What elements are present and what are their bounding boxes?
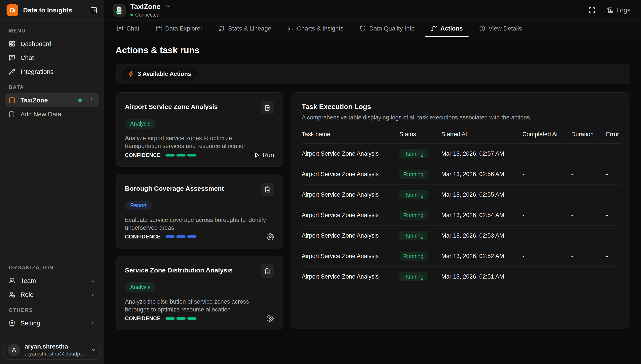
csv-badge-text: CSV <box>117 11 121 13</box>
source-name: TaxiZone <box>130 2 160 11</box>
tab-chat[interactable]: Chat <box>115 20 141 36</box>
cell-error: - <box>606 273 620 280</box>
chevron-right-icon <box>90 278 95 283</box>
available-actions-button[interactable]: 3 Available Actions <box>121 67 198 81</box>
sidebar-item-team[interactable]: Team <box>5 274 99 288</box>
sidebar-item-chat[interactable]: Chat <box>5 51 99 65</box>
main-area: CSV TaxiZone Connected <box>104 0 641 364</box>
cell-started-at: Mar 13, 2026, 02:55 AM <box>441 191 522 198</box>
logs-table-header: Task name Status Started At Completed At… <box>302 131 620 144</box>
cell-task-name: Airport Service Zone Analysis <box>302 171 400 178</box>
cell-completed-at: - <box>522 253 572 260</box>
sidebar-item-add-new-data[interactable]: Add New Data <box>5 107 99 121</box>
card-badge: Report <box>125 200 152 210</box>
cell-error: - <box>606 150 620 157</box>
cell-error: - <box>606 212 620 218</box>
tab-charts-insights[interactable]: Charts & Insights <box>286 20 345 36</box>
cell-started-at: Mar 13, 2026, 02:54 AM <box>441 212 522 218</box>
action-card-service-zone: Service Zone Distribution Analysis Analy… <box>116 256 284 330</box>
user-info: aryan.shrestha aryan.shrestha@cloudp... <box>25 343 84 357</box>
sidebar: Di Data to Insights MENU Dashboard Chat <box>0 0 104 364</box>
clipboard-icon[interactable] <box>260 264 274 278</box>
item-menu-icon[interactable] <box>87 96 95 104</box>
cell-error: - <box>606 171 620 178</box>
logs-button[interactable]: Logs <box>607 6 630 14</box>
fullscreen-icon[interactable] <box>588 7 596 14</box>
main-header: CSV TaxiZone Connected <box>104 0 641 20</box>
user-profile[interactable]: A aryan.shrestha aryan.shrestha@cloudp..… <box>4 340 100 360</box>
tab-label: Chat <box>126 25 139 32</box>
cell-error: - <box>606 232 620 239</box>
avatar: A <box>8 344 20 356</box>
lightning-icon <box>128 71 134 77</box>
cell-completed-at: - <box>522 273 572 280</box>
role-icon <box>9 292 15 298</box>
cell-completed-at: - <box>522 212 572 218</box>
connection-dot <box>78 98 82 102</box>
cell-started-at: Mar 13, 2026, 02:52 AM <box>441 253 522 260</box>
run-button[interactable]: Run <box>254 152 274 159</box>
organization-section: ORGANIZATION Team Role <box>5 259 99 336</box>
cell-completed-at: - <box>522 150 572 157</box>
cell-started-at: Mar 13, 2026, 02:56 AM <box>441 171 522 178</box>
col-status: Status <box>400 131 441 138</box>
sidebar-item-setting[interactable]: Setting <box>5 316 99 330</box>
cell-status: Running <box>400 210 441 220</box>
cell-started-at: Mar 13, 2026, 02:57 AM <box>441 150 522 157</box>
sidebar-item-role[interactable]: Role <box>5 288 99 302</box>
user-name: aryan.shrestha <box>25 343 84 350</box>
cell-task-name: Airport Service Zone Analysis <box>302 150 400 157</box>
dashboard-icon <box>9 40 15 47</box>
table-row: Airport Service Zone Analysis Running Ma… <box>302 226 620 246</box>
chevron-right-icon <box>90 292 95 297</box>
task-logs-panel: Task Execution Logs A comprehensive tabl… <box>291 92 630 329</box>
tab-data-explorer[interactable]: Data Explorer <box>154 20 204 36</box>
available-actions-label: 3 Available Actions <box>138 70 191 78</box>
card-settings-icon[interactable] <box>267 233 274 240</box>
team-icon <box>9 278 15 284</box>
tab-data-quality[interactable]: Data Quality Info <box>358 20 416 36</box>
table-row: Airport Service Zone Analysis Running Ma… <box>302 164 620 184</box>
app-logo-icon: Di <box>6 4 18 16</box>
confidence-label: CONFIDENCE <box>125 152 161 158</box>
confidence-meter <box>166 236 196 238</box>
database-icon <box>9 97 15 104</box>
bar-chart-icon <box>287 25 294 32</box>
cell-duration: - <box>571 191 606 198</box>
chat-icon <box>117 25 124 32</box>
clipboard-icon[interactable] <box>260 183 274 196</box>
database-plus-icon <box>9 111 15 118</box>
user-email: aryan.shrestha@cloudp... <box>25 351 84 357</box>
card-description: Evaluate service coverage across borough… <box>125 216 267 232</box>
cell-duration: - <box>571 253 606 260</box>
cell-completed-at: - <box>522 232 572 239</box>
sidebar-collapse-icon[interactable] <box>90 6 98 14</box>
workflow-icon <box>431 25 437 32</box>
clipboard-icon[interactable] <box>260 101 274 114</box>
tab-stats-lineage[interactable]: Stats & Lineage <box>217 20 273 36</box>
connection-status: Connected <box>135 12 160 18</box>
col-error: Error <box>606 131 620 138</box>
cell-completed-at: - <box>522 171 572 178</box>
sidebar-item-integrations[interactable]: Integrations <box>5 65 99 79</box>
shield-icon <box>360 25 366 32</box>
card-description: Analyze airport service zones to optimiz… <box>125 134 267 150</box>
gear-icon <box>9 320 15 326</box>
sidebar-item-taxizone[interactable]: TaxiZone <box>5 93 99 107</box>
table-row: Airport Service Zone Analysis Running Ma… <box>302 184 620 205</box>
sidebar-item-dashboard[interactable]: Dashboard <box>5 37 99 51</box>
cell-duration: - <box>571 150 606 157</box>
chevron-down-icon[interactable] <box>165 4 171 10</box>
cell-error: - <box>606 253 620 260</box>
cell-completed-at: - <box>522 191 572 198</box>
tab-actions[interactable]: Actions <box>429 20 464 36</box>
card-title: Service Zone Distribution Analysis <box>125 264 233 274</box>
tab-label: View Details <box>488 25 522 32</box>
action-card-airport: Airport Service Zone Analysis Analysis A… <box>116 92 284 167</box>
section-label-data: DATA <box>9 84 99 90</box>
status-badge: Running <box>400 210 428 220</box>
tab-view-details[interactable]: View Details <box>477 20 524 36</box>
card-settings-icon[interactable] <box>267 315 274 322</box>
confidence-meter <box>166 317 196 320</box>
sidebar-item-label: TaxiZone <box>20 97 48 104</box>
